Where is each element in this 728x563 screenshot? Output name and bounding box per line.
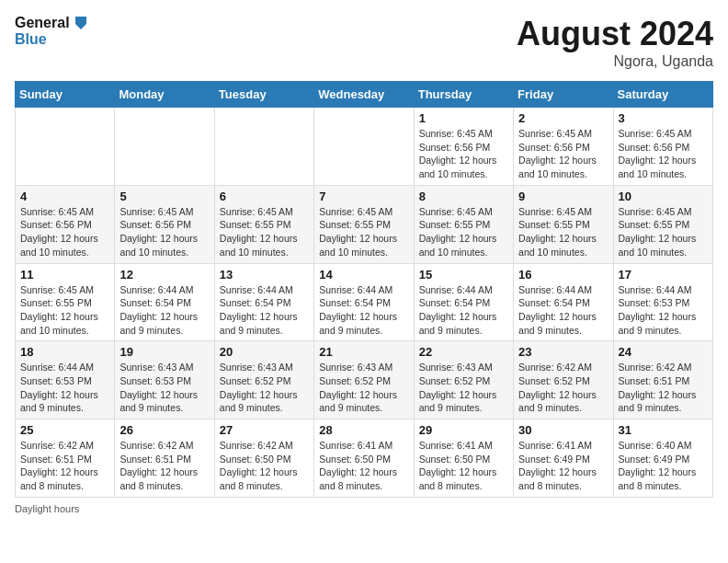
day-info: Sunrise: 6:42 AMSunset: 6:52 PMDaylight:… <box>518 361 608 415</box>
footer-note: Daylight hours <box>15 503 713 514</box>
day-info: Sunrise: 6:42 AMSunset: 6:51 PMDaylight:… <box>619 361 708 415</box>
day-number: 3 <box>619 111 708 125</box>
calendar-cell: 8Sunrise: 6:45 AMSunset: 6:55 PMDaylight… <box>414 185 513 263</box>
day-number: 19 <box>119 345 209 359</box>
daylight-hours-label: Daylight hours <box>15 503 79 514</box>
calendar-cell: 26Sunrise: 6:42 AMSunset: 6:51 PMDayligh… <box>115 419 214 498</box>
month-title: August 2024 <box>517 15 713 53</box>
col-header-tuesday: Tuesday <box>214 82 313 108</box>
day-number: 28 <box>319 423 408 437</box>
day-number: 21 <box>319 345 408 359</box>
day-info: Sunrise: 6:45 AMSunset: 6:56 PMDaylight:… <box>419 127 508 181</box>
logo-chevron-icon <box>72 15 88 31</box>
calendar-cell <box>314 108 414 186</box>
logo: General Blue <box>15 15 88 48</box>
col-header-saturday: Saturday <box>613 82 712 108</box>
day-info: Sunrise: 6:43 AMSunset: 6:52 PMDaylight:… <box>220 361 309 415</box>
calendar-cell: 28Sunrise: 6:41 AMSunset: 6:50 PMDayligh… <box>314 419 414 498</box>
location: Ngora, Uganda <box>517 53 713 70</box>
day-number: 4 <box>20 190 109 203</box>
day-number: 22 <box>419 345 508 359</box>
calendar-cell: 30Sunrise: 6:41 AMSunset: 6:49 PMDayligh… <box>514 419 613 498</box>
calendar-cell <box>214 108 313 186</box>
calendar-cell: 24Sunrise: 6:42 AMSunset: 6:51 PMDayligh… <box>613 341 712 419</box>
calendar-cell: 14Sunrise: 6:44 AMSunset: 6:54 PMDayligh… <box>314 263 414 341</box>
day-number: 2 <box>518 111 608 125</box>
calendar-cell: 13Sunrise: 6:44 AMSunset: 6:54 PMDayligh… <box>214 263 313 341</box>
day-number: 11 <box>20 268 109 282</box>
calendar-cell <box>115 108 214 186</box>
col-header-monday: Monday <box>115 82 214 108</box>
day-info: Sunrise: 6:41 AMSunset: 6:49 PMDaylight:… <box>518 439 608 493</box>
day-number: 9 <box>518 190 608 203</box>
day-info: Sunrise: 6:45 AMSunset: 6:56 PMDaylight:… <box>20 205 109 259</box>
calendar-cell: 5Sunrise: 6:45 AMSunset: 6:56 PMDaylight… <box>115 185 214 263</box>
col-header-thursday: Thursday <box>414 82 513 108</box>
day-number: 14 <box>319 268 408 282</box>
day-info: Sunrise: 6:44 AMSunset: 6:53 PMDaylight:… <box>20 361 109 415</box>
day-number: 23 <box>518 345 608 359</box>
col-header-sunday: Sunday <box>16 82 115 108</box>
day-number: 12 <box>119 268 209 282</box>
calendar-cell: 6Sunrise: 6:45 AMSunset: 6:55 PMDaylight… <box>214 185 313 263</box>
calendar-cell: 27Sunrise: 6:42 AMSunset: 6:50 PMDayligh… <box>214 419 313 498</box>
day-number: 17 <box>619 268 708 282</box>
calendar-cell: 22Sunrise: 6:43 AMSunset: 6:52 PMDayligh… <box>414 341 513 419</box>
calendar-header-row: SundayMondayTuesdayWednesdayThursdayFrid… <box>16 82 713 108</box>
calendar-table: SundayMondayTuesdayWednesdayThursdayFrid… <box>15 81 713 498</box>
day-number: 6 <box>220 190 309 203</box>
day-number: 24 <box>619 345 708 359</box>
calendar-week-row: 4Sunrise: 6:45 AMSunset: 6:56 PMDaylight… <box>16 185 713 263</box>
calendar-cell <box>16 108 115 186</box>
day-info: Sunrise: 6:45 AMSunset: 6:56 PMDaylight:… <box>619 127 708 181</box>
calendar-week-row: 1Sunrise: 6:45 AMSunset: 6:56 PMDaylight… <box>16 108 713 186</box>
day-number: 13 <box>220 268 309 282</box>
day-number: 8 <box>419 190 508 203</box>
day-info: Sunrise: 6:45 AMSunset: 6:55 PMDaylight:… <box>319 205 408 259</box>
day-info: Sunrise: 6:45 AMSunset: 6:56 PMDaylight:… <box>518 127 608 181</box>
calendar-cell: 20Sunrise: 6:43 AMSunset: 6:52 PMDayligh… <box>214 341 313 419</box>
day-number: 25 <box>20 423 109 437</box>
day-number: 27 <box>220 423 309 437</box>
calendar-week-row: 18Sunrise: 6:44 AMSunset: 6:53 PMDayligh… <box>16 341 713 419</box>
day-info: Sunrise: 6:43 AMSunset: 6:52 PMDaylight:… <box>319 361 408 415</box>
day-info: Sunrise: 6:44 AMSunset: 6:54 PMDaylight:… <box>220 283 309 338</box>
day-info: Sunrise: 6:41 AMSunset: 6:50 PMDaylight:… <box>319 439 408 493</box>
calendar-cell: 23Sunrise: 6:42 AMSunset: 6:52 PMDayligh… <box>514 341 613 419</box>
calendar-cell: 1Sunrise: 6:45 AMSunset: 6:56 PMDaylight… <box>414 108 513 186</box>
calendar-cell: 2Sunrise: 6:45 AMSunset: 6:56 PMDaylight… <box>514 108 613 186</box>
day-number: 26 <box>119 423 209 437</box>
day-info: Sunrise: 6:41 AMSunset: 6:50 PMDaylight:… <box>419 439 508 493</box>
day-number: 10 <box>619 190 708 203</box>
day-info: Sunrise: 6:42 AMSunset: 6:51 PMDaylight:… <box>20 439 109 493</box>
header: General Blue August 2024 Ngora, Uganda <box>15 15 713 70</box>
day-number: 29 <box>419 423 508 437</box>
calendar-week-row: 11Sunrise: 6:45 AMSunset: 6:55 PMDayligh… <box>16 263 713 341</box>
day-number: 7 <box>319 190 408 203</box>
day-info: Sunrise: 6:40 AMSunset: 6:49 PMDaylight:… <box>619 439 708 493</box>
calendar-cell: 11Sunrise: 6:45 AMSunset: 6:55 PMDayligh… <box>16 263 115 341</box>
calendar-cell: 9Sunrise: 6:45 AMSunset: 6:55 PMDaylight… <box>514 185 613 263</box>
calendar-cell: 25Sunrise: 6:42 AMSunset: 6:51 PMDayligh… <box>16 419 115 498</box>
calendar-cell: 12Sunrise: 6:44 AMSunset: 6:54 PMDayligh… <box>115 263 214 341</box>
day-number: 31 <box>619 423 708 437</box>
day-info: Sunrise: 6:44 AMSunset: 6:54 PMDaylight:… <box>419 283 508 338</box>
calendar-cell: 31Sunrise: 6:40 AMSunset: 6:49 PMDayligh… <box>613 419 712 498</box>
col-header-wednesday: Wednesday <box>314 82 414 108</box>
day-info: Sunrise: 6:42 AMSunset: 6:51 PMDaylight:… <box>119 439 209 493</box>
calendar-cell: 4Sunrise: 6:45 AMSunset: 6:56 PMDaylight… <box>16 185 115 263</box>
day-info: Sunrise: 6:45 AMSunset: 6:55 PMDaylight:… <box>20 283 109 338</box>
day-number: 18 <box>20 345 109 359</box>
day-number: 5 <box>119 190 209 203</box>
day-number: 16 <box>518 268 608 282</box>
calendar-cell: 21Sunrise: 6:43 AMSunset: 6:52 PMDayligh… <box>314 341 414 419</box>
calendar-cell: 18Sunrise: 6:44 AMSunset: 6:53 PMDayligh… <box>16 341 115 419</box>
day-info: Sunrise: 6:44 AMSunset: 6:54 PMDaylight:… <box>319 283 408 338</box>
day-info: Sunrise: 6:43 AMSunset: 6:52 PMDaylight:… <box>419 361 508 415</box>
day-info: Sunrise: 6:42 AMSunset: 6:50 PMDaylight:… <box>220 439 309 493</box>
day-number: 1 <box>419 111 508 125</box>
day-info: Sunrise: 6:44 AMSunset: 6:54 PMDaylight:… <box>518 283 608 338</box>
svg-marker-0 <box>75 17 86 29</box>
calendar-cell: 10Sunrise: 6:45 AMSunset: 6:55 PMDayligh… <box>613 185 712 263</box>
day-info: Sunrise: 6:43 AMSunset: 6:53 PMDaylight:… <box>119 361 209 415</box>
